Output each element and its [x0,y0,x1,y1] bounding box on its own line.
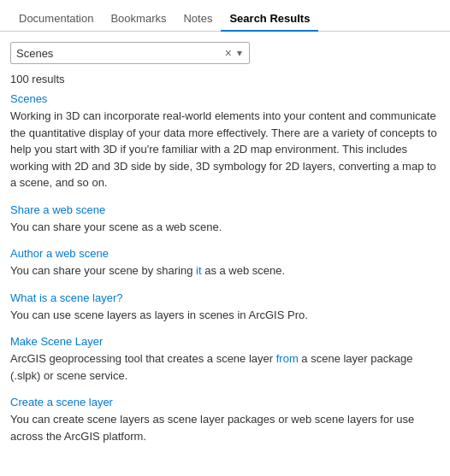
inline-link-from[interactable]: from [276,352,299,365]
search-input-container: × ▾ [10,42,250,64]
result-title-share-web-scene[interactable]: Share a web scene [10,203,440,216]
result-item-scenes: Scenes Working in 3D can incorporate rea… [10,92,440,191]
result-desc-scenes: Working in 3D can incorporate real-world… [10,108,440,191]
result-desc-scene-layer: You can use scene layers as layers in sc… [10,307,440,324]
inline-link-it[interactable]: it [196,264,202,277]
tab-documentation[interactable]: Documentation [10,7,102,32]
result-item-make-scene-layer: Make Scene Layer ArcGIS geoprocessing to… [10,335,440,384]
result-desc-author-web-scene: You can share your scene by sharing it a… [10,262,440,279]
result-item-share-web-scene: Share a web scene You can share your sce… [10,203,440,236]
result-item-create-scene-layer: Create a scene layer You can create scen… [10,396,440,444]
tab-bookmarks[interactable]: Bookmarks [102,7,175,32]
tab-search-results[interactable]: Search Results [221,7,318,32]
result-desc-create-scene-layer: You can create scene layers as scene lay… [10,411,440,444]
results-list: Scenes Working in 3D can incorporate rea… [0,92,450,456]
result-desc-make-scene-layer: ArcGIS geoprocessing tool that creates a… [10,350,440,384]
nav-tabs: Documentation Bookmarks Notes Search Res… [0,0,450,32]
tab-notes[interactable]: Notes [175,7,221,32]
result-title-scenes[interactable]: Scenes [10,92,440,105]
search-dropdown-button[interactable]: ▾ [235,47,244,59]
result-item-scene-layer: What is a scene layer? You can use scene… [10,291,440,324]
search-clear-button[interactable]: × [222,46,235,60]
result-desc-share-web-scene: You can share your scene as a web scene. [10,219,440,236]
result-title-create-scene-layer[interactable]: Create a scene layer [10,396,440,408]
search-input[interactable] [16,47,222,60]
result-title-scene-layer[interactable]: What is a scene layer? [10,291,440,304]
result-title-make-scene-layer[interactable]: Make Scene Layer [10,335,440,348]
search-bar: × ▾ [0,32,450,71]
result-item-author-web-scene: Author a web scene You can share your sc… [10,247,440,279]
results-count: 100 results [0,71,450,92]
result-title-author-web-scene[interactable]: Author a web scene [10,247,440,260]
